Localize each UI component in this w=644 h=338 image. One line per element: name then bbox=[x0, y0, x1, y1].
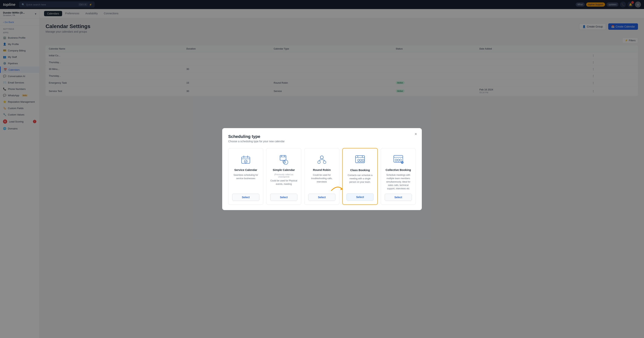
collective-booking-select-button[interactable]: Select bbox=[385, 194, 412, 201]
simple-calendar-select-button[interactable]: Select bbox=[270, 194, 297, 201]
scheduling-type-modal: × Scheduling type Choose a scheduling ty… bbox=[222, 128, 422, 210]
service-calendar-select-button[interactable]: Select bbox=[232, 194, 259, 201]
service-calendar-desc: Seamless scheduling for service business… bbox=[232, 173, 259, 190]
modal-close-button[interactable]: × bbox=[413, 131, 419, 137]
svg-point-11 bbox=[318, 161, 320, 164]
sched-card-service-calendar[interactable]: Service Calendar Seamless scheduling for… bbox=[228, 148, 263, 205]
sched-card-round-robin[interactable]: Round Robin Could be used for troublesho… bbox=[304, 148, 339, 205]
modal-subtitle: Choose a scheduling type for your new ca… bbox=[228, 140, 416, 143]
scheduling-cards: Service Calendar Seamless scheduling for… bbox=[228, 148, 416, 205]
svg-point-24 bbox=[397, 159, 399, 161]
service-calendar-title: Service Calendar bbox=[234, 168, 257, 171]
sched-card-collective-booking[interactable]: + Collective Booking Schedule meetings w… bbox=[381, 148, 416, 205]
modal-overlay[interactable]: × Scheduling type Choose a scheduling ty… bbox=[0, 0, 644, 338]
round-robin-icon bbox=[316, 154, 328, 166]
svg-text:+: + bbox=[402, 161, 402, 163]
svg-point-19 bbox=[360, 159, 362, 161]
svg-marker-13 bbox=[340, 187, 343, 190]
svg-point-12 bbox=[323, 161, 326, 164]
simple-calendar-icon bbox=[278, 154, 290, 166]
svg-point-18 bbox=[358, 159, 360, 161]
collective-booking-title: Collective Booking bbox=[386, 168, 411, 171]
collective-booking-desc: Schedule meetings with multiple team mem… bbox=[385, 173, 412, 190]
collective-booking-icon: + bbox=[392, 154, 404, 166]
class-booking-title: Class Booking bbox=[350, 168, 370, 172]
simple-calendar-title: Simple Calendar bbox=[273, 168, 295, 171]
class-booking-select-button[interactable]: Select bbox=[346, 193, 374, 201]
class-booking-icon bbox=[354, 154, 366, 166]
svg-point-2 bbox=[244, 160, 247, 163]
svg-rect-3 bbox=[280, 155, 286, 160]
svg-point-25 bbox=[400, 159, 402, 161]
svg-point-20 bbox=[362, 159, 364, 161]
svg-point-10 bbox=[320, 156, 323, 159]
svg-point-23 bbox=[395, 159, 397, 161]
modal-title: Scheduling type bbox=[228, 134, 416, 139]
round-robin-desc: Could be used for troubleshooting calls,… bbox=[308, 173, 335, 190]
simple-calendar-desc: Could be used for Physical events, meeti… bbox=[270, 179, 297, 190]
class-booking-desc: Contacts can schedule a meeting with a s… bbox=[346, 174, 374, 190]
round-robin-select-button[interactable]: Select bbox=[308, 194, 335, 201]
simple-calendar-subtitle: (Previously called as unassigned) bbox=[270, 173, 297, 178]
sched-card-class-booking[interactable]: Class Booking Contacts can schedule a me… bbox=[342, 148, 378, 205]
sched-card-simple-calendar[interactable]: Simple Calendar (Previously called as un… bbox=[266, 148, 301, 205]
round-robin-title: Round Robin bbox=[313, 168, 331, 171]
service-calendar-icon bbox=[240, 154, 252, 166]
